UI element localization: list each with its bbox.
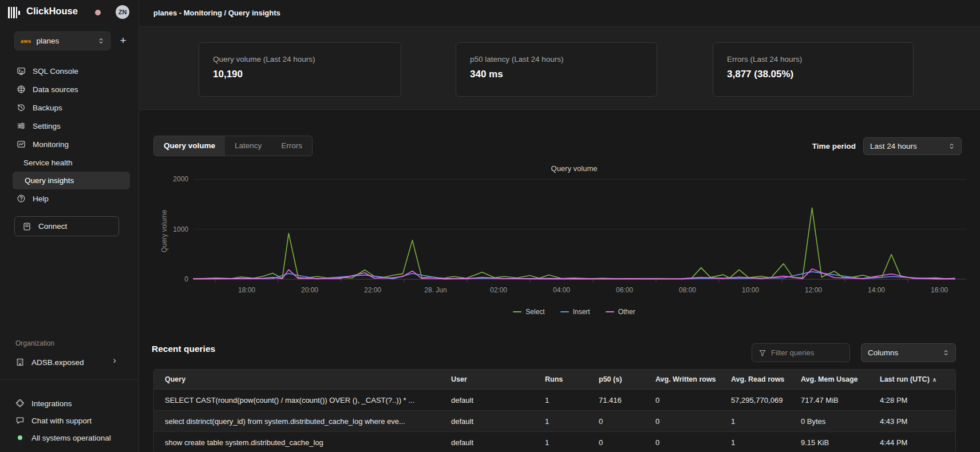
legend-item-select[interactable]: Select	[513, 308, 544, 316]
stat-card: p50 latency (Last 24 hours)340 ms	[456, 42, 657, 97]
time-period-value: Last 24 hours	[870, 142, 917, 150]
table-row[interactable]: SELECT CAST(round(pow(count() / max(coun…	[154, 389, 955, 410]
column-header-avg-written-rows[interactable]: Avg. Written rows	[655, 375, 731, 383]
column-header-runs[interactable]: Runs	[545, 375, 599, 383]
legend-item-other[interactable]: Other	[606, 308, 635, 316]
time-period-label: Time period	[812, 142, 856, 150]
legend-item-insert[interactable]: Insert	[560, 308, 590, 316]
table-cell: 4:43 PM	[880, 417, 955, 426]
column-header-label: Runs	[545, 375, 563, 383]
legend-label: Select	[525, 308, 544, 316]
table-cell: 0 Bytes	[801, 417, 880, 426]
column-header-avg-mem-usage[interactable]: Avg. Mem Usage	[801, 375, 880, 383]
legend-swatch	[606, 311, 614, 313]
avatar[interactable]: ZN	[116, 5, 129, 19]
sort-ascending-icon: ∧	[932, 376, 936, 383]
sidebar-item-settings[interactable]: Settings	[0, 117, 139, 135]
filter-queries-box[interactable]	[752, 343, 850, 362]
sidebar-item-label: Backups	[33, 104, 62, 112]
sidebar-footer-label: Integrations	[31, 399, 72, 408]
column-header-label: Avg. Mem Usage	[801, 375, 858, 383]
chat-icon	[15, 416, 25, 425]
sidebar-footer-label: Chat with support	[31, 417, 92, 425]
table-cell: 1	[545, 396, 599, 405]
svg-text:14:00: 14:00	[868, 286, 885, 294]
column-header-avg-read-rows[interactable]: Avg. Read rows	[731, 375, 801, 383]
stat-value: 3,877 (38.05%)	[727, 69, 899, 80]
workspace-name: planes	[37, 37, 93, 45]
chart-tabs: Query volumeLatencyErrors	[153, 136, 313, 156]
sidebar: ClickHouse ZN aws planes + SQL ConsoleDa…	[0, 0, 139, 452]
time-period-row: Time period Last 24 hours	[812, 137, 962, 155]
updown-chevron-icon	[98, 37, 104, 45]
table-cell: 4:28 PM	[880, 396, 955, 405]
sidebar-item-service-health[interactable]: Service health	[0, 153, 139, 172]
svg-text:28. Jun: 28. Jun	[424, 286, 446, 294]
table-row[interactable]: show create table system.distributed_cac…	[154, 431, 955, 452]
tab-query-volume[interactable]: Query volume	[154, 136, 225, 156]
organization-name: ADSB.exposed	[31, 358, 84, 367]
sidebar-item-help[interactable]: Help	[0, 189, 139, 208]
columns-label: Columns	[868, 348, 898, 357]
sidebar-item-monitoring[interactable]: Monitoring	[0, 135, 139, 153]
stat-card: Query volume (Last 24 hours)10,190	[199, 42, 401, 97]
sidebar-footer-chat-with-support[interactable]: Chat with support	[0, 412, 139, 429]
svg-text:22:00: 22:00	[364, 286, 381, 294]
sidebar-footer: IntegrationsChat with supportAll systems…	[0, 395, 139, 446]
stat-label: p50 latency (Last 24 hours)	[470, 55, 643, 64]
tab-errors[interactable]: Errors	[271, 136, 312, 156]
column-header-user[interactable]: User	[451, 375, 545, 383]
table-cell: 0	[655, 417, 731, 426]
svg-text:10:00: 10:00	[742, 286, 759, 294]
column-header-p50-s-[interactable]: p50 (s)	[599, 375, 655, 383]
sidebar-item-query-insights[interactable]: Query insights	[13, 172, 130, 189]
column-header-query[interactable]: Query	[154, 375, 451, 383]
svg-text:20:00: 20:00	[301, 286, 318, 294]
sidebar-footer-all-systems-operational[interactable]: All systems operational	[0, 429, 139, 446]
sidebar-item-label: Service health	[23, 158, 73, 167]
stat-label: Errors (Last 24 hours)	[727, 55, 899, 64]
top-bar: planes - Monitoring / Query insights	[139, 0, 980, 27]
column-header-label: Last run (UTC)	[880, 375, 930, 383]
add-service-button[interactable]: +	[116, 33, 131, 48]
table-row[interactable]: select distrinct(query_id) from system.d…	[154, 410, 955, 431]
connect-label: Connect	[38, 222, 67, 231]
workspace-select[interactable]: aws planes	[14, 31, 110, 50]
sidebar-item-label: SQL Console	[33, 67, 78, 76]
updown-chevron-icon	[943, 349, 949, 356]
connect-button[interactable]: Connect	[14, 216, 119, 236]
sidebar-footer-integrations[interactable]: Integrations	[0, 395, 139, 412]
chart-legend: SelectInsertOther	[193, 308, 955, 316]
filter-queries-input[interactable]	[771, 348, 843, 357]
svg-text:12:00: 12:00	[805, 286, 822, 294]
table-cell: default	[451, 417, 545, 426]
svg-text:18:00: 18:00	[238, 286, 255, 294]
columns-select[interactable]: Columns	[861, 343, 956, 362]
svg-text:1000: 1000	[173, 225, 188, 233]
sidebar-item-label: Data sources	[33, 85, 78, 94]
sidebar-item-data-sources[interactable]: Data sources	[0, 80, 139, 98]
table-cell: 57,295,770,069	[731, 396, 801, 405]
svg-text:06:00: 06:00	[616, 286, 633, 294]
clickhouse-logo-icon	[8, 6, 23, 19]
svg-text:08:00: 08:00	[679, 286, 696, 294]
legend-swatch	[513, 311, 521, 313]
query-cell: select distrinct(query_id) from system.d…	[154, 417, 451, 426]
connect-icon	[22, 222, 31, 231]
sidebar-item-label: Monitoring	[33, 140, 69, 149]
updown-chevron-icon	[949, 142, 955, 150]
funnel-icon	[758, 349, 766, 357]
table-cell: default	[451, 438, 545, 447]
columns-dropdown-wrap: Columns	[861, 343, 956, 362]
svg-text:04:00: 04:00	[553, 286, 570, 294]
time-period-select[interactable]: Last 24 hours	[863, 137, 962, 155]
table-cell: 717.47 MiB	[801, 396, 880, 405]
notification-dot-icon[interactable]	[95, 10, 101, 15]
sidebar-item-sql-console[interactable]: SQL Console	[0, 62, 139, 80]
organization-item[interactable]: ADSB.exposed ›	[0, 354, 139, 371]
sidebar-item-backups[interactable]: Backups	[0, 98, 139, 117]
organization-section-label: Organization	[15, 339, 54, 347]
column-header-last-run-utc-[interactable]: Last run (UTC)∧	[880, 375, 955, 383]
tab-latency[interactable]: Latency	[225, 136, 271, 156]
recent-queries-table: QueryUserRunsp50 (s)Avg. Written rowsAvg…	[153, 369, 956, 452]
